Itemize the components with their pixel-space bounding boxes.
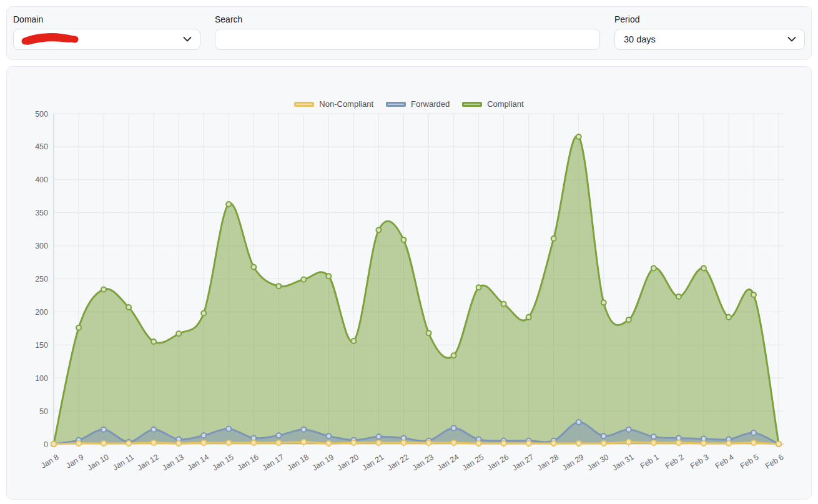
svg-text:Feb 3: Feb 3: [689, 453, 711, 471]
svg-text:250: 250: [35, 275, 48, 284]
search-label: Search: [215, 14, 600, 24]
filter-bar: Domain Search Period 30 days: [6, 6, 812, 60]
domain-field: Domain: [13, 14, 200, 51]
legend-swatch: [294, 102, 314, 107]
svg-text:Jan 25: Jan 25: [461, 453, 485, 473]
svg-text:Jan 20: Jan 20: [336, 453, 360, 473]
svg-text:Feb 6: Feb 6: [764, 453, 786, 471]
svg-text:Jan 14: Jan 14: [186, 453, 210, 473]
compliance-chart: 050100150200250300350400450500Jan 8Jan 9…: [7, 67, 812, 500]
svg-text:0: 0: [44, 440, 48, 449]
svg-text:Jan 30: Jan 30: [586, 453, 610, 473]
search-field: Search: [215, 14, 600, 51]
period-select[interactable]: 30 days: [614, 29, 805, 50]
svg-text:Jan 8: Jan 8: [39, 453, 60, 470]
chevron-down-icon: [787, 37, 796, 42]
legend-label: Non-Compliant: [319, 99, 373, 109]
svg-text:Feb 4: Feb 4: [714, 453, 736, 471]
period-label: Period: [614, 14, 805, 24]
chart-legend: Non-CompliantForwardedCompliant: [7, 99, 811, 109]
svg-text:450: 450: [35, 142, 48, 151]
svg-text:100: 100: [35, 374, 48, 383]
legend-swatch: [386, 102, 406, 107]
chevron-down-icon: [183, 37, 192, 42]
svg-text:Feb 1: Feb 1: [639, 453, 661, 471]
svg-text:200: 200: [35, 308, 48, 317]
svg-text:50: 50: [39, 407, 48, 416]
redaction-scribble: [20, 32, 80, 46]
svg-text:Jan 26: Jan 26: [486, 453, 510, 473]
svg-text:Jan 11: Jan 11: [111, 453, 136, 472]
svg-text:500: 500: [35, 110, 48, 119]
svg-text:Jan 18: Jan 18: [286, 453, 310, 473]
domain-select[interactable]: [13, 29, 200, 50]
svg-text:Jan 10: Jan 10: [86, 453, 110, 473]
svg-text:Jan 12: Jan 12: [136, 453, 160, 473]
svg-text:Jan 21: Jan 21: [361, 453, 385, 473]
domain-label: Domain: [13, 14, 200, 24]
svg-text:Jan 24: Jan 24: [436, 453, 460, 473]
svg-text:Jan 22: Jan 22: [386, 453, 410, 473]
svg-text:350: 350: [35, 209, 48, 217]
period-value: 30 days: [624, 34, 656, 44]
svg-text:300: 300: [35, 242, 48, 250]
page: Domain Search Period 30 days: [0, 0, 818, 504]
svg-text:Jan 16: Jan 16: [236, 453, 260, 473]
legend-label: Forwarded: [411, 99, 450, 109]
svg-text:Jan 13: Jan 13: [161, 453, 185, 473]
legend-item-forwarded: Forwarded: [386, 99, 450, 109]
svg-text:Jan 17: Jan 17: [261, 453, 285, 473]
svg-text:Jan 19: Jan 19: [311, 453, 335, 473]
svg-text:150: 150: [35, 341, 48, 350]
legend-label: Compliant: [487, 99, 524, 109]
svg-text:Jan 27: Jan 27: [511, 453, 535, 473]
legend-item-non-compliant: Non-Compliant: [294, 99, 373, 109]
svg-text:Jan 9: Jan 9: [64, 453, 85, 470]
svg-text:Jan 31: Jan 31: [611, 453, 635, 473]
svg-text:Feb 5: Feb 5: [739, 453, 761, 471]
chart-panel: 050100150200250300350400450500Jan 8Jan 9…: [6, 66, 812, 500]
period-field: Period 30 days: [614, 14, 805, 51]
search-input[interactable]: [215, 29, 600, 50]
svg-text:400: 400: [35, 175, 48, 184]
svg-text:Jan 15: Jan 15: [211, 453, 235, 473]
svg-text:Jan 28: Jan 28: [536, 453, 560, 473]
svg-text:Jan 29: Jan 29: [561, 453, 585, 473]
legend-item-compliant: Compliant: [462, 99, 524, 109]
legend-swatch: [462, 102, 482, 107]
svg-text:Jan 23: Jan 23: [411, 453, 435, 473]
svg-text:Feb 2: Feb 2: [664, 453, 686, 471]
